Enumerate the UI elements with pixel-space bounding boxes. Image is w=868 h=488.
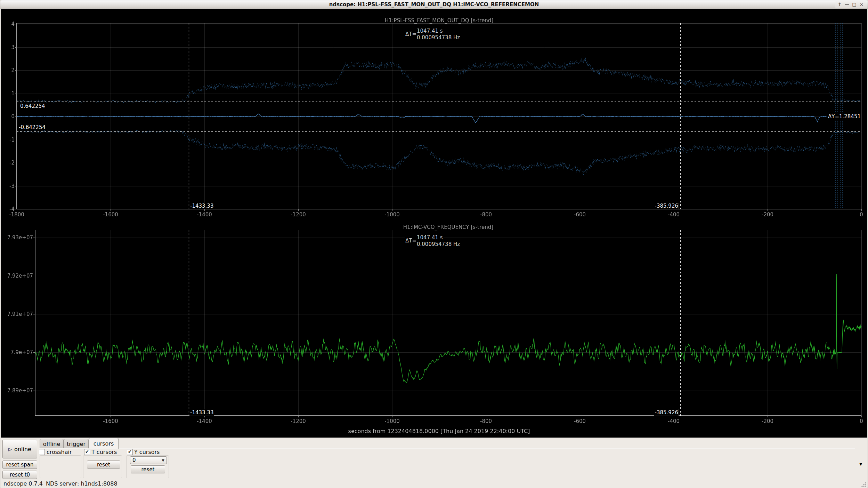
app-window: ndscope: H1:PSL-FSS_FAST_MON_OUT_DQ H1:I… <box>0 0 868 488</box>
tab-cursors[interactable]: cursors <box>89 438 119 449</box>
plot-canvas[interactable] <box>0 0 868 488</box>
tab-cursors-label: cursors <box>94 440 114 447</box>
